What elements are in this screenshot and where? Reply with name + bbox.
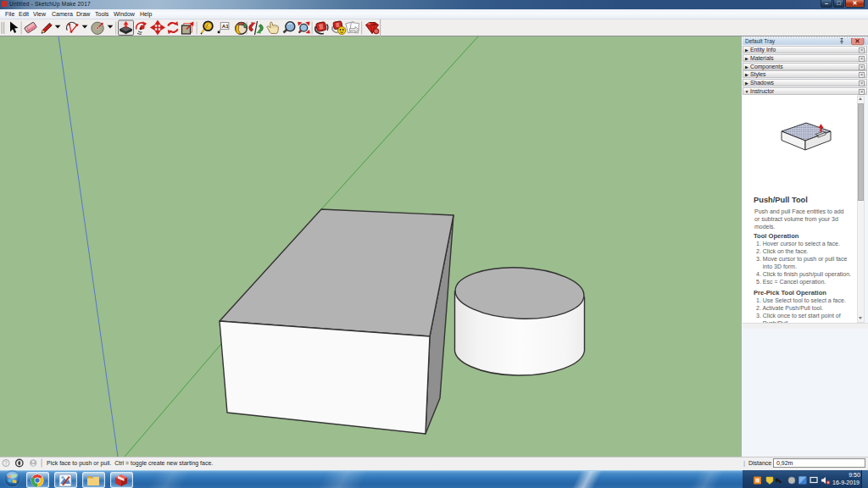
svg-text:A1: A1 [222, 23, 229, 29]
svg-text:?: ? [4, 460, 8, 466]
